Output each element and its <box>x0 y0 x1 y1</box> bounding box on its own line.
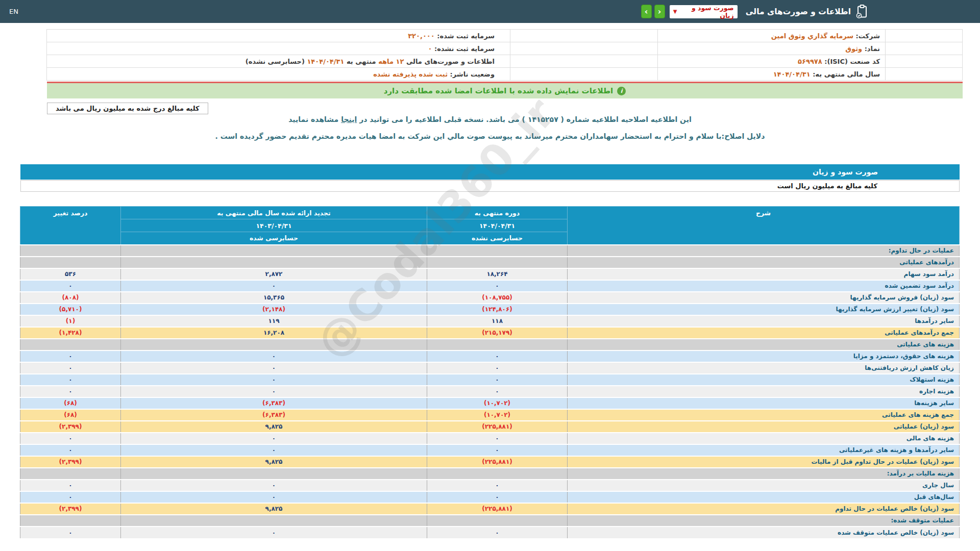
info-spacer-cell <box>510 30 658 42</box>
info-value: ثبت شده پذیرفته نشده <box>373 70 448 78</box>
income-data-row: جمع هزینه های عملیاتی(۱۰,۷۰۲)(۶,۳۸۳)(۶۸) <box>20 409 960 421</box>
change-percent-value-cell: ۰ <box>20 280 121 292</box>
row-label-cell: زیان کاهش ارزش دریافتنی‌ها <box>568 362 960 374</box>
symbol-cell: نماد: وثوق <box>658 42 886 55</box>
current-period-value-cell: ۰ <box>427 386 568 397</box>
current-period-value-cell: ۰ <box>427 480 568 491</box>
row-label-cell: هزینه مالیات بر درآمد: <box>568 468 960 480</box>
income-data-row: درآمد سود تضمین شده۰۰۰ <box>20 280 960 292</box>
income-data-row: سایر درآمدها۱۱۸۱۱۹(۱) <box>20 315 960 327</box>
current-period-value-cell: ۱۸,۲۶۴ <box>427 268 568 280</box>
header-restated-label: تجدید ارائه شده سال مالی منتهی به <box>121 207 427 219</box>
report-type-select[interactable]: ▼ صورت سود و زیان <box>670 5 738 18</box>
info-spacer-cell <box>510 55 658 68</box>
info-spacer-cell <box>886 42 963 55</box>
current-period-value-cell: (۱۰۸,۷۵۵) <box>427 292 568 304</box>
restated-value-cell <box>121 515 427 527</box>
nav-next-button[interactable]: › <box>654 5 665 18</box>
statement-section-bar: صورت سود و زیان <box>20 164 960 180</box>
header-current-period-audit: حسابرسی نشده <box>427 232 568 245</box>
current-period-value-cell: ۰ <box>427 433 568 444</box>
income-data-row: سایر هزینه‌ها(۱۰,۷۰۲)(۶,۳۸۳)(۶۸) <box>20 397 960 409</box>
publisher-status-cell: وضعیت ناشر: ثبت شده پذیرفته نشده <box>47 68 510 81</box>
report-period-cell: اطلاعات و صورت‌های مالی ۱۲ ماهه منتهی به… <box>47 55 510 68</box>
change-percent-value-cell: (۶۸) <box>20 397 121 409</box>
company-info-row: شرکت: سرمایه گذاري وثوق امین سرمایه ثبت … <box>47 30 963 42</box>
income-data-row: سود (زیان) فروش سرمایه گذاریها(۱۰۸,۷۵۵)۱… <box>20 292 960 304</box>
header-current-period-date: ۱۴۰۴/۰۴/۳۱ <box>427 219 568 232</box>
change-percent-value-cell <box>20 245 121 257</box>
info-label: منتهی به <box>347 58 376 65</box>
change-percent-value-cell: ۰ <box>20 374 121 386</box>
signature-match-banner-wrap: i اطلاعات نمایش داده شده با اطلاعات امضا… <box>47 82 963 98</box>
restated-value-cell: ۹,۸۲۵ <box>121 456 427 468</box>
change-percent-value-cell: (۲,۳۹۹) <box>20 456 121 468</box>
row-label-cell: سود (زیان) فروش سرمایه گذاریها <box>568 292 960 304</box>
income-section-row: درآمدهای عملیاتی <box>20 257 960 268</box>
income-data-row: هزینه های مالی۰۰۰ <box>20 433 960 444</box>
change-percent-value-cell: (۲,۳۹۹) <box>20 421 121 433</box>
change-percent-value-cell <box>20 515 121 527</box>
current-period-value-cell: ۱۱۸ <box>427 315 568 327</box>
current-period-value-cell <box>427 468 568 480</box>
income-section-row: عملیات در حال تداوم: <box>20 245 960 257</box>
row-label-cell: عملیات متوقف شده: <box>568 515 960 527</box>
income-table-header: شرح دوره منتهی به تجدید ارائه شده سال ما… <box>20 207 960 245</box>
isic-code-cell: کد صنعت (ISIC): ۵۶۹۹۷۸ <box>658 55 886 68</box>
row-label-cell: سال جاری <box>568 480 960 491</box>
restated-value-cell: ۰ <box>121 491 427 503</box>
restated-value-cell: ۲,۸۷۲ <box>121 268 427 280</box>
header-description: شرح <box>568 207 960 245</box>
row-label-cell: سود (زیان) عملیات در حال تداوم قبل از ما… <box>568 456 960 468</box>
language-switch-en[interactable]: EN <box>9 8 18 15</box>
row-label-cell: سود (زیان) عملیاتی <box>568 421 960 433</box>
restated-value-cell: ۹,۸۲۵ <box>121 421 427 433</box>
change-percent-value-cell: ۰ <box>20 480 121 491</box>
period-end-date-value: ۱۴۰۴/۰۴/۳۱ <box>307 58 344 65</box>
current-period-value-cell: (۲۱۵,۱۷۹) <box>427 327 568 339</box>
income-table-body: عملیات در حال تداوم:درآمدهای عملیاتیدرآم… <box>20 245 960 538</box>
row-label-cell: هزینه های مالی <box>568 433 960 444</box>
restated-value-cell <box>121 339 427 350</box>
income-section-row: هزینه های عملیاتی <box>20 339 960 350</box>
change-percent-value-cell <box>20 468 121 480</box>
row-label-cell: سایر هزینه‌ها <box>568 397 960 409</box>
info-spacer-cell <box>886 30 963 42</box>
nav-previous-button[interactable]: ‹ <box>641 5 652 18</box>
current-period-value-cell: ۰ <box>427 350 568 362</box>
info-label: وضعیت ناشر: <box>450 70 495 78</box>
company-info-row: سال مالی منتهی به: ۱۴۰۴/۰۴/۳۱ وضعیت ناشر… <box>47 68 963 81</box>
restated-value-cell <box>121 257 427 268</box>
income-data-row: سود (زیان) عملیات در حال تداوم قبل از ما… <box>20 456 960 468</box>
previous-version-link[interactable]: اینجا <box>341 115 357 123</box>
current-period-value-cell: ۰ <box>427 374 568 386</box>
change-percent-value-cell <box>20 339 121 350</box>
restated-value-cell <box>121 468 427 480</box>
info-value: ۱۴۰۴/۰۴/۳۱ <box>773 70 811 78</box>
info-value: سرمایه گذاري وثوق امین <box>771 32 853 40</box>
income-data-row: سال‌های قبل۰۰۰ <box>20 491 960 503</box>
current-period-value-cell <box>427 339 568 350</box>
info-spacer-cell <box>886 68 963 81</box>
change-percent-value-cell <box>20 257 121 268</box>
page-title: اطلاعات و صورت‌های مالی <box>746 7 851 16</box>
company-info-row: کد صنعت (ISIC): ۵۶۹۹۷۸ اطلاعات و صورت‌ها… <box>47 55 963 68</box>
income-data-row: سود (زیان) عملیاتی(۲۲۵,۸۸۱)۹,۸۲۵(۲,۳۹۹) <box>20 421 960 433</box>
change-percent-value-cell: ۰ <box>20 527 121 538</box>
change-percent-value-cell: ۰ <box>20 386 121 397</box>
codal-financial-statement-page: EN ‹ › ▼ صورت سود و زیان اطلاعات و صورت‌… <box>0 0 980 551</box>
info-label: شرکت: <box>856 32 880 40</box>
row-label-cell: هزینه های حقوق، دستمزد و مزایا <box>568 350 960 362</box>
restated-value-cell: ۰ <box>121 374 427 386</box>
change-percent-value-cell: (۱) <box>20 315 121 327</box>
row-label-cell: سال‌های قبل <box>568 491 960 503</box>
row-label-cell: جمع درآمدهای عملیاتی <box>568 327 960 339</box>
info-label: اطلاعات و صورت‌های مالی <box>406 58 495 65</box>
income-data-row: هزینه اجاره۰۰۰ <box>20 386 960 397</box>
company-name-cell: شرکت: سرمایه گذاري وثوق امین <box>658 30 886 42</box>
income-section-row: هزینه مالیات بر درآمد: <box>20 468 960 480</box>
change-percent-value-cell: (۶۸) <box>20 409 121 421</box>
change-percent-value-cell: (۵,۷۱۰) <box>20 304 121 315</box>
current-period-value-cell: (۱۰,۷۰۲) <box>427 397 568 409</box>
registered-capital-cell: سرمایه ثبت شده: ۳۲۰,۰۰۰ <box>47 30 510 42</box>
